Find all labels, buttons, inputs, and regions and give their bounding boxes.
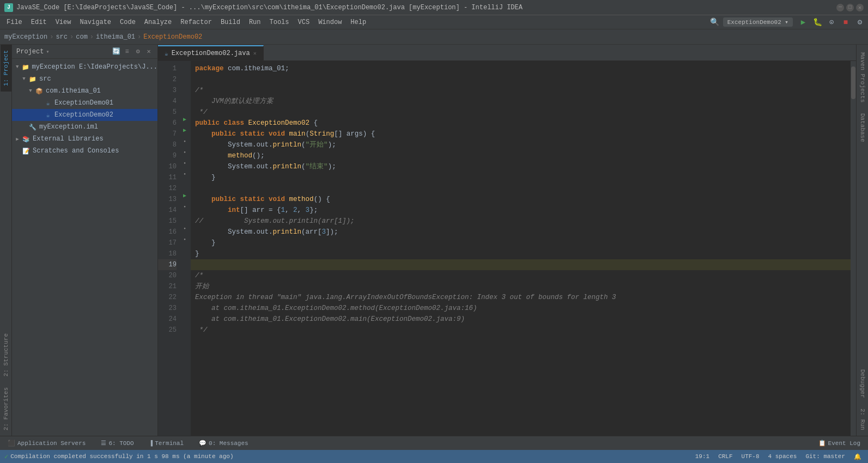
arrow-icon <box>21 124 27 130</box>
line-num-8: 8 <box>158 139 177 150</box>
tab-exceptiondemo02[interactable]: ☕ ExceptionDemo02.java ✕ <box>158 45 264 60</box>
line-num-1: 1 <box>158 63 177 74</box>
debug-button[interactable]: 🐛 <box>811 16 823 28</box>
menu-navigate[interactable]: Navigate <box>75 17 116 27</box>
run-class-icon[interactable]: ▶ <box>181 115 189 123</box>
bottom-tab-label: Event Log <box>828 440 860 447</box>
run-config-selector[interactable]: ExceptionDemo02 ▾ <box>723 17 793 27</box>
project-panel: Project ▾ 🔄 ≡ ⚙ ✕ ▼ 📁 myException E:\Ide… <box>12 45 158 436</box>
close-button[interactable]: ✕ <box>856 4 864 11</box>
breadcrumb-src[interactable]: src <box>56 33 68 41</box>
cursor-position[interactable]: 19:1 <box>693 453 712 460</box>
menu-refactor[interactable]: Refactor <box>176 17 216 27</box>
java-file-icon: ☕ <box>44 111 52 119</box>
breadcrumb-myexception[interactable]: myException <box>4 33 47 41</box>
menu-code[interactable]: Code <box>116 17 140 27</box>
gutter-dot-11: ● <box>181 170 189 178</box>
arrow-icon: ▼ <box>14 64 20 70</box>
project-tab[interactable]: 1: Project <box>1 45 11 92</box>
search-everywhere-icon[interactable]: 🔍 <box>709 16 721 28</box>
line-num-24: 24 <box>158 314 177 325</box>
line-numbers: 1 2 3 4 5 6 7 8 9 10 11 12 13 14 15 16 1… <box>158 61 181 436</box>
status-bar: ✓ Compilation completed successfully in … <box>0 450 868 463</box>
arrow-icon: ▼ <box>27 88 34 94</box>
code-line-14: int[] arr = {1, 2, 3}; <box>191 205 851 216</box>
git-branch[interactable]: Git: master <box>803 453 847 460</box>
menu-file[interactable]: File <box>2 17 27 27</box>
breadcrumb-exceptiondemo02[interactable]: ExceptionDemo02 <box>143 33 202 41</box>
bottom-tab-terminal[interactable]: ▐ Terminal <box>146 439 187 448</box>
bottom-tab-label: Application Servers <box>17 440 86 447</box>
maximize-button[interactable]: □ <box>846 4 854 11</box>
menu-analyze[interactable]: Analyze <box>140 17 176 27</box>
window-title: JavaSE_Code [E:\IdeaProjects\JavaSE_Code… <box>16 4 836 11</box>
database-tab[interactable]: Database <box>857 108 868 148</box>
line-num-20: 20 <box>158 270 177 281</box>
tree-label: myException E:\IdeaProjects\J... <box>32 63 157 71</box>
menu-tools[interactable]: Tools <box>265 17 294 27</box>
app-icon: J <box>4 3 13 12</box>
run-main-icon[interactable]: ▶ <box>181 126 189 134</box>
bottom-tab-messages[interactable]: 💬 0: Messages <box>196 438 252 448</box>
line-ending[interactable]: CRLF <box>716 453 735 460</box>
run-method-icon[interactable]: ▶ <box>181 192 189 199</box>
run-with-coverage-button[interactable]: ⊙ <box>825 16 837 28</box>
notifications-icon[interactable]: 🔔 <box>852 453 864 460</box>
code-line-7: public static void main(String[] args) { <box>191 129 851 139</box>
line-num-12: 12 <box>158 183 177 194</box>
arrow-icon <box>36 112 43 118</box>
hide-panel-icon[interactable]: ✕ <box>144 47 153 56</box>
code-line-2 <box>191 74 851 85</box>
settings-button[interactable]: ⚙ <box>854 16 866 28</box>
tree-item-src[interactable]: ▼ 📁 src <box>12 73 157 85</box>
editor-scrollbar[interactable] <box>851 61 856 436</box>
breadcrumb-com[interactable]: com <box>76 33 88 41</box>
tree-item-package[interactable]: ▼ 📦 com.itheima_01 <box>12 85 157 97</box>
indent[interactable]: 4 spaces <box>766 453 799 460</box>
code-line-6: public class ExceptionDemo02 { <box>191 118 851 129</box>
debugger-tab[interactable]: Debugger <box>857 364 868 404</box>
menu-window[interactable]: Window <box>314 17 346 27</box>
minimize-button[interactable]: ─ <box>836 4 844 11</box>
menu-edit[interactable]: Edit <box>27 17 51 27</box>
code-line-17: } <box>191 237 851 248</box>
menu-build[interactable]: Build <box>216 17 245 27</box>
line-num-10: 10 <box>158 161 177 172</box>
tab-close-button[interactable]: ✕ <box>253 50 257 57</box>
panel-dropdown-icon[interactable]: ▾ <box>46 48 49 55</box>
menu-help[interactable]: Help <box>346 17 371 27</box>
tree-label: ExceptionDemo01 <box>54 99 113 107</box>
arrow-icon: ▶ <box>14 136 21 142</box>
toolbar-right: 🔍 ExceptionDemo02 ▾ ▶ 🐛 ⊙ ■ ⚙ <box>709 16 866 28</box>
tree-item-scratches[interactable]: 📝 Scratches and Consoles <box>12 145 157 157</box>
tree-item-external-libs[interactable]: ▶ 📚 External Libraries <box>12 133 157 145</box>
tree-item-myexception[interactable]: ▼ 📁 myException E:\IdeaProjects\J... <box>12 61 157 73</box>
maven-tab[interactable]: Maven Projects <box>857 47 868 108</box>
tree-item-exceptiondemo02[interactable]: ☕ ExceptionDemo02 <box>12 109 157 121</box>
menu-run[interactable]: Run <box>245 17 265 27</box>
favorites-tab[interactable]: 2: Favorites <box>1 382 11 436</box>
bottom-tab-app-servers[interactable]: ⬛ Application Servers <box>4 438 89 448</box>
bottom-tab-event-log[interactable]: 📋 Event Log <box>815 438 864 448</box>
code-line-4: JVM的默认处理方案 <box>191 96 851 107</box>
menu-vcs[interactable]: VCS <box>294 17 314 27</box>
gutter-dot-8: ● <box>181 137 189 145</box>
bottom-tab-todo[interactable]: ☰ 6: TODO <box>98 438 137 448</box>
scroll-thumb[interactable] <box>851 66 855 99</box>
encoding[interactable]: UTF-8 <box>739 453 762 460</box>
code-editor[interactable]: package com.itheima_01; /* JVM的默认处理方案 */ <box>191 61 851 436</box>
collapse-icon[interactable]: ≡ <box>123 47 131 56</box>
tree-item-exceptiondemo01[interactable]: ☕ ExceptionDemo01 <box>12 97 157 109</box>
gear-icon[interactable]: ⚙ <box>133 47 142 56</box>
run-tab[interactable]: 2: Run <box>857 403 868 436</box>
event-log-icon: 📋 <box>818 440 826 447</box>
editor-content[interactable]: 1 2 3 4 5 6 7 8 9 10 11 12 13 14 15 16 1… <box>158 61 856 436</box>
stop-button[interactable]: ■ <box>840 16 852 28</box>
run-button[interactable]: ▶ <box>797 16 809 28</box>
line-num-3: 3 <box>158 85 177 96</box>
structure-tab[interactable]: 2: Structure <box>1 328 11 382</box>
sync-icon[interactable]: 🔄 <box>112 47 120 56</box>
tree-item-iml[interactable]: 🔧 myException.iml <box>12 121 157 133</box>
breadcrumb-itheima01[interactable]: itheima_01 <box>96 33 135 41</box>
menu-view[interactable]: View <box>51 17 76 27</box>
